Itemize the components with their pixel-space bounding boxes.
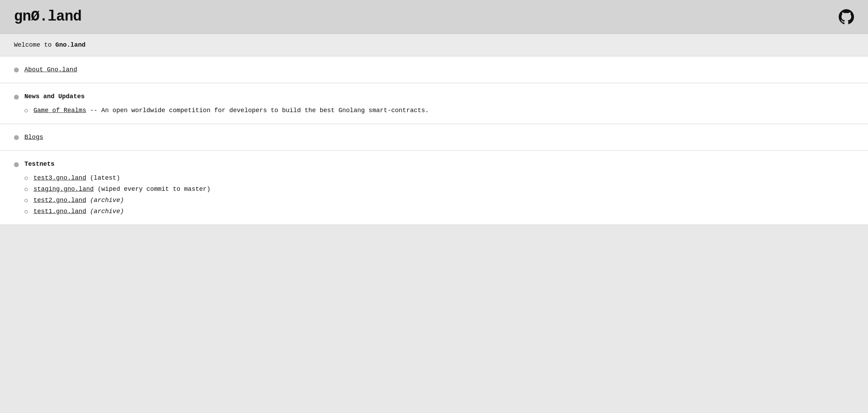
news-item: Game of Realms -- An open worldwide comp… [24, 107, 854, 114]
test2-link[interactable]: test2.gno.land [33, 197, 86, 204]
test3-link[interactable]: test3.gno.land [33, 174, 86, 181]
testnets-title: Testnets [24, 161, 54, 167]
testnet-item-test3: test3.gno.land (latest) [24, 174, 854, 181]
testnet-item-staging: staging.gno.land (wiped every commit to … [24, 186, 854, 193]
github-icon[interactable] [839, 9, 854, 24]
news-item-description: -- An open worldwide competition for dev… [86, 107, 429, 114]
testnet-text-test3: test3.gno.land (latest) [33, 174, 120, 181]
welcome-bar: Welcome to Gno.land [0, 34, 868, 56]
welcome-site-name: Gno.land [55, 41, 85, 48]
news-bullet [14, 95, 19, 100]
blogs-section: Blogs [0, 124, 868, 151]
test3-suffix: (latest) [86, 174, 120, 181]
news-section: News and Updates Game of Realms -- An op… [0, 83, 868, 124]
testnets-bullet [14, 162, 19, 167]
testnet-item-test1: test1.gno.land (archive) [24, 208, 854, 215]
testnet-item-test2: test2.gno.land (archive) [24, 197, 854, 204]
news-title: News and Updates [24, 93, 85, 100]
about-section: About Gno.land [0, 56, 868, 83]
testnet-text-staging: staging.gno.land (wiped every commit to … [33, 186, 211, 193]
blogs-bullet [14, 135, 19, 140]
site-logo: gnØ.land [14, 8, 82, 25]
about-link[interactable]: About Gno.land [24, 66, 77, 73]
testnets-section: Testnets test3.gno.land (latest) staging… [0, 151, 868, 225]
testnet-text-test2: test2.gno.land (archive) [33, 197, 124, 204]
testnet-text-test1: test1.gno.land (archive) [33, 208, 124, 215]
test2-suffix: (archive) [86, 197, 124, 204]
game-of-realms-link[interactable]: Game of Realms [33, 107, 86, 114]
testnet-bullet-test1 [24, 210, 28, 213]
testnet-bullet-test3 [24, 177, 28, 180]
staging-link[interactable]: staging.gno.land [33, 186, 94, 193]
blogs-link[interactable]: Blogs [24, 134, 43, 141]
about-bullet [14, 68, 19, 72]
testnet-bullet-staging [24, 188, 28, 191]
news-item-bullet [24, 109, 28, 112]
staging-suffix: (wiped every commit to master) [94, 186, 211, 193]
news-items-list: Game of Realms -- An open worldwide comp… [24, 107, 854, 114]
welcome-prefix: Welcome to [14, 41, 55, 48]
news-item-text: Game of Realms -- An open worldwide comp… [33, 107, 429, 114]
site-header: gnØ.land [0, 0, 868, 34]
test1-suffix: (archive) [86, 208, 124, 215]
test1-link[interactable]: test1.gno.land [33, 208, 86, 215]
testnet-bullet-test2 [24, 199, 28, 202]
testnets-items-list: test3.gno.land (latest) staging.gno.land… [24, 174, 854, 215]
